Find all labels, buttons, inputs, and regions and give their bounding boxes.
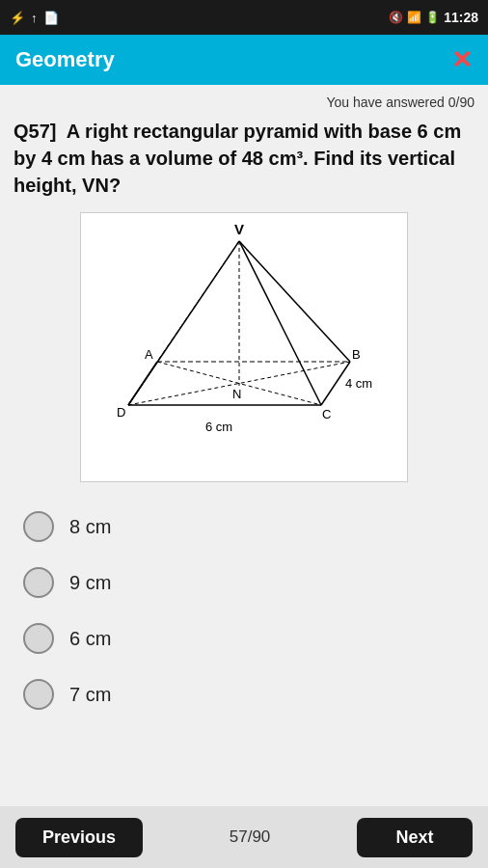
radio-b[interactable]	[23, 567, 54, 598]
content-area: You have answered 0/90 Q57] A right rect…	[0, 85, 488, 806]
option-c-label: 6 cm	[69, 628, 111, 650]
option-b[interactable]: 9 cm	[14, 556, 474, 610]
usb-icon: ⚡	[10, 11, 25, 25]
radio-d[interactable]	[23, 679, 54, 710]
battery-icon: 🔋	[425, 11, 440, 24]
svg-text:6 cm: 6 cm	[205, 420, 232, 434]
radio-c[interactable]	[23, 623, 54, 654]
svg-line-6	[239, 241, 350, 362]
svg-text:C: C	[322, 407, 331, 421]
svg-text:B: B	[352, 347, 361, 362]
status-icons: ⚡ ↑ 📄	[10, 11, 59, 25]
option-d-label: 7 cm	[69, 684, 111, 706]
status-bar: ⚡ ↑ 📄 🔇 📶 🔋 11:28	[0, 0, 488, 35]
page-indicator: 57/90	[230, 827, 271, 847]
svg-text:V: V	[234, 222, 244, 237]
signal-icon: 📶	[407, 11, 421, 24]
question-number: Q57]	[14, 121, 56, 142]
bottom-navigation: Previous 57/90 Next	[0, 806, 488, 868]
answered-status: You have answered 0/90	[14, 95, 474, 110]
options-list: 8 cm 9 cm 6 cm 7 cm	[14, 500, 474, 721]
option-c[interactable]: 6 cm	[14, 611, 474, 665]
app-title: Geometry	[15, 47, 115, 72]
svg-text:A: A	[145, 347, 153, 362]
previous-button[interactable]: Previous	[15, 818, 143, 857]
diagram-container: V A B D C N 4 cm 6 cm	[80, 212, 408, 482]
svg-text:D: D	[117, 405, 125, 420]
upload-icon: ↑	[31, 11, 38, 25]
clock: 11:28	[444, 10, 478, 25]
next-button[interactable]: Next	[357, 818, 473, 857]
title-bar: Geometry ✕	[0, 35, 488, 85]
mute-icon: 🔇	[389, 11, 403, 24]
option-b-label: 9 cm	[69, 572, 111, 594]
svg-line-5	[239, 241, 321, 405]
svg-line-4	[128, 241, 239, 405]
option-a[interactable]: 8 cm	[14, 500, 474, 554]
question-text: Q57] A right rectangular pyramid with ba…	[14, 118, 474, 199]
pyramid-diagram: V A B D C N 4 cm 6 cm	[90, 222, 398, 473]
close-button[interactable]: ✕	[451, 45, 473, 75]
radio-a[interactable]	[23, 511, 54, 542]
status-right-icons: 🔇 📶 🔋 11:28	[389, 10, 478, 25]
question-body: A right rectangular pyramid with base 6 …	[14, 121, 461, 196]
option-d[interactable]: 7 cm	[14, 667, 474, 721]
svg-text:N: N	[232, 387, 241, 401]
file-icon: 📄	[43, 11, 59, 25]
option-a-label: 8 cm	[69, 516, 111, 538]
svg-text:4 cm: 4 cm	[345, 376, 372, 391]
